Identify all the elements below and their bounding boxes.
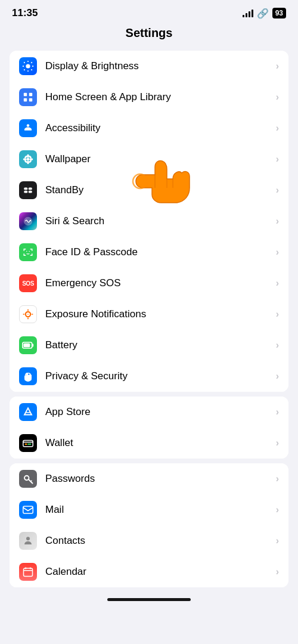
calendar-icon (19, 563, 37, 581)
signal-icon (243, 9, 253, 17)
svg-rect-38 (24, 343, 30, 348)
face-scan-icon (23, 247, 33, 258)
battery-percentage: 93 (275, 9, 283, 17)
home-bar (107, 598, 191, 601)
settings-item-home-screen[interactable]: Home Screen & App Library › (10, 82, 288, 113)
settings-group-main: Display & Brightness › Home Screen & App… (10, 51, 288, 392)
svg-line-6 (31, 69, 32, 70)
status-bar: 11:35 🔗 93 (0, 0, 298, 23)
settings-item-standby[interactable]: StandBy › (10, 175, 288, 206)
emergency-sos-chevron: › (276, 278, 279, 289)
svg-rect-26 (29, 191, 32, 193)
grid-icon (23, 92, 33, 103)
calendar-chevron: › (276, 566, 279, 577)
settings-item-mail[interactable]: Mail › (10, 494, 288, 525)
wallpaper-icon (19, 150, 37, 168)
sun-icon (23, 61, 33, 72)
status-icons: 🔗 93 (243, 8, 286, 19)
settings-item-exposure[interactable]: Exposure Notifications › (10, 299, 288, 330)
svg-rect-25 (24, 191, 27, 193)
sos-text-label: SOS (22, 280, 34, 287)
standby-label: StandBy (45, 184, 276, 196)
battery-symbol-icon (22, 341, 34, 349)
wallet-icon (19, 434, 37, 452)
calendar-symbol-icon (23, 566, 33, 577)
settings-item-faceid[interactable]: Face ID & Passcode › (10, 237, 288, 268)
accessibility-label: Accessibility (45, 122, 276, 134)
svg-rect-43 (27, 444, 31, 445)
emergency-sos-label: Emergency SOS (45, 277, 276, 289)
envelope-icon (23, 506, 33, 514)
exposure-icon (19, 305, 37, 323)
svg-point-18 (29, 158, 33, 160)
battery-status: 93 (272, 8, 286, 18)
settings-item-siri[interactable]: Siri & Search › (10, 206, 288, 237)
siri-waveform-icon (23, 216, 33, 227)
hand-icon (23, 371, 33, 382)
wallet-symbol-icon (23, 439, 33, 447)
svg-rect-47 (23, 506, 33, 513)
svg-point-16 (27, 160, 29, 164)
a-icon (23, 407, 33, 417)
home-screen-label: Home Screen & App Library (45, 91, 276, 103)
settings-item-calendar[interactable]: Calendar › (10, 556, 288, 587)
svg-line-5 (24, 62, 24, 63)
person-circle-icon (23, 123, 33, 134)
standby-chevron: › (276, 185, 279, 196)
svg-rect-49 (24, 568, 33, 577)
contacts-label: Contacts (45, 535, 276, 547)
settings-item-battery[interactable]: Battery › (10, 330, 288, 361)
svg-point-15 (27, 154, 29, 158)
wallet-label: Wallet (45, 437, 276, 449)
settings-item-privacy-security[interactable]: Privacy & Security › (10, 361, 288, 392)
exposure-label: Exposure Notifications (45, 308, 276, 320)
accessibility-icon (19, 119, 37, 137)
svg-point-29 (29, 251, 30, 252)
accessibility-chevron: › (276, 123, 279, 134)
siri-icon (19, 212, 37, 230)
contacts-chevron: › (276, 535, 279, 546)
settings-item-accessibility[interactable]: Accessibility › (10, 113, 288, 144)
passwords-chevron: › (276, 473, 279, 484)
svg-rect-23 (24, 188, 27, 190)
passwords-icon (19, 470, 37, 488)
display-brightness-icon (19, 57, 37, 75)
wallpaper-label: Wallpaper (45, 153, 276, 165)
status-time: 11:35 (12, 7, 38, 19)
svg-point-0 (26, 64, 30, 68)
battery-chevron: › (276, 340, 279, 351)
person-icon (23, 535, 33, 546)
svg-rect-37 (32, 344, 34, 347)
settings-item-wallet[interactable]: Wallet › (10, 428, 288, 459)
settings-item-app-store[interactable]: App Store › (10, 397, 288, 428)
svg-rect-42 (25, 444, 27, 445)
svg-point-31 (27, 314, 29, 315)
emergency-sos-icon: SOS (19, 274, 37, 292)
faceid-icon (19, 243, 37, 261)
display-brightness-label: Display & Brightness (45, 60, 276, 72)
settings-item-contacts[interactable]: Contacts › (10, 525, 288, 556)
settings-item-display-brightness[interactable]: Display & Brightness › (10, 51, 288, 82)
svg-rect-10 (29, 93, 32, 96)
exposure-symbol-icon (22, 308, 34, 320)
siri-chevron: › (276, 216, 279, 227)
app-store-label: App Store (45, 406, 276, 418)
settings-item-emergency-sos[interactable]: SOS Emergency SOS › (10, 268, 288, 299)
svg-rect-9 (24, 93, 27, 96)
svg-rect-12 (29, 98, 32, 101)
page-title: Settings (126, 26, 173, 39)
wallpaper-chevron: › (276, 154, 279, 165)
svg-point-14 (27, 158, 30, 161)
home-screen-icon (19, 88, 37, 106)
flower-icon (23, 154, 33, 165)
app-store-chevron: › (276, 407, 279, 417)
app-store-icon (19, 403, 37, 421)
siri-label: Siri & Search (45, 215, 276, 227)
settings-item-passwords[interactable]: Passwords › (10, 463, 288, 494)
svg-line-7 (31, 62, 32, 63)
settings-item-wallpaper[interactable]: Wallpaper › (10, 144, 288, 175)
exposure-chevron: › (276, 309, 279, 320)
settings-group-apps1: App Store › Wallet › (10, 397, 288, 459)
wallet-chevron: › (276, 438, 279, 448)
faceid-chevron: › (276, 247, 279, 258)
